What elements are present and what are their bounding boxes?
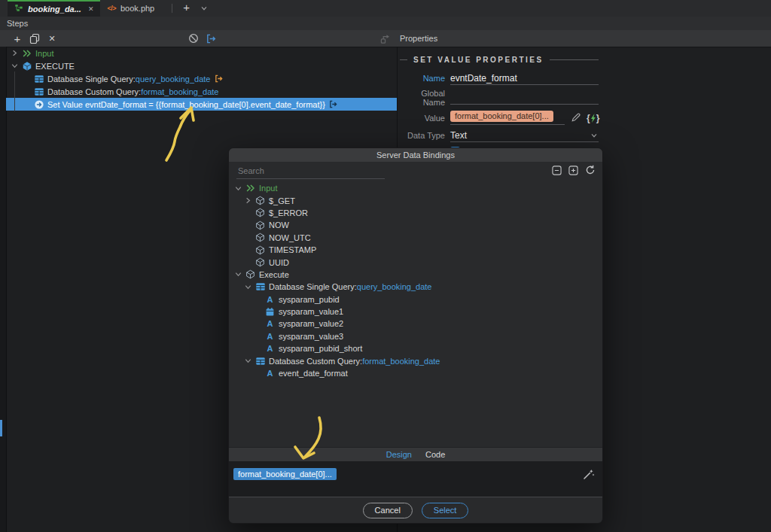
selected-binding-chip[interactable]: format_booking_date[0]... — [233, 468, 337, 480]
tab-code[interactable]: Code — [425, 450, 445, 459]
flow-icon[interactable] — [379, 30, 392, 47]
exit-icon — [328, 99, 338, 109]
steps-toolbar: + ✕ Properties — [0, 30, 771, 47]
cube-icon — [255, 208, 265, 217]
tab-separator — [172, 4, 172, 13]
left-gutter — [0, 47, 7, 532]
binding-row[interactable]: TIMESTAMP — [229, 244, 602, 256]
cube-icon — [255, 257, 265, 267]
steps-tree: InputEXECUTEDatabase Single Query: query… — [6, 47, 397, 111]
tree-item-label: NOW — [269, 220, 289, 230]
duplicate-step-button[interactable] — [28, 30, 41, 47]
step-row[interactable]: EXECUTE — [6, 59, 397, 72]
properties-panel-title: Properties — [400, 30, 437, 47]
date-field-icon — [265, 307, 275, 317]
edit-value-icon[interactable] — [571, 112, 581, 124]
binding-row[interactable]: Aevent_date_format — [229, 367, 602, 379]
expander[interactable] — [233, 184, 244, 193]
tree-item-label: Database Single Query: — [269, 282, 357, 291]
expander[interactable] — [233, 269, 244, 279]
binding-row[interactable]: Asysparam_value3 — [229, 330, 602, 342]
binding-row[interactable]: Database Single Query: query_booking_dat… — [229, 281, 602, 293]
data-type-value: Text — [450, 130, 467, 141]
code-icon: </> — [107, 5, 116, 12]
add-step-button[interactable]: + — [11, 30, 24, 47]
expander[interactable] — [242, 196, 254, 205]
binding-row[interactable]: Asysparam_pubid_short — [229, 342, 602, 354]
binding-row[interactable]: Database Custom Query: format_booking_da… — [229, 354, 602, 366]
input-step-icon — [22, 48, 32, 59]
close-tab-icon[interactable]: ✕ — [88, 5, 94, 13]
tree-item-link: format_booking_date — [141, 87, 218, 96]
tab-list-dropdown[interactable] — [195, 0, 213, 17]
goto-step-icon[interactable] — [204, 30, 218, 47]
tree-item-label: Database Single Query: — [47, 74, 136, 84]
data-type-select[interactable]: Text — [450, 129, 599, 142]
tab-book-php[interactable]: </> book.php — [100, 0, 161, 17]
tree-item-label: sysparam_value3 — [279, 332, 343, 341]
tab-design[interactable]: Design — [386, 450, 412, 459]
set-value-icon — [34, 99, 44, 110]
binding-row[interactable]: Asysparam_pubid — [229, 293, 602, 306]
tab-label: book.php — [120, 4, 154, 13]
server-data-bindings-dialog: Server Data Bindings Input$_GET$_ERRORNO… — [228, 147, 603, 524]
gutter-indicator — [0, 420, 2, 436]
binding-row[interactable]: Execute — [229, 269, 602, 281]
refresh-icon[interactable] — [585, 165, 596, 177]
binding-expression-area[interactable]: format_booking_date[0]... — [229, 461, 602, 497]
tree-item-label: Input — [259, 184, 277, 193]
expander[interactable] — [242, 356, 254, 366]
select-button[interactable]: Select — [422, 503, 469, 518]
step-row[interactable]: Database Custom Query: format_booking_da… — [6, 85, 397, 98]
expand-all-icon[interactable] — [568, 166, 578, 177]
value-field[interactable]: format_booking_date[0]... — [450, 111, 565, 125]
tree-item-label: sysparam_pubid_short — [279, 344, 362, 353]
expander[interactable] — [9, 61, 20, 71]
cube-icon — [255, 220, 265, 230]
search-input[interactable] — [236, 163, 385, 179]
value-binding-chip[interactable]: format_booking_date[0]... — [450, 111, 553, 122]
step-row[interactable]: Input — [6, 47, 397, 59]
database-query-icon — [34, 87, 44, 97]
binding-row[interactable]: $_GET — [229, 194, 602, 206]
binding-row[interactable]: NOW — [229, 219, 602, 231]
delete-step-button[interactable]: ✕ — [45, 30, 59, 47]
global-name-input[interactable] — [450, 91, 599, 105]
new-tab-button[interactable]: + — [178, 0, 195, 17]
tree-item-label: TIMESTAMP — [269, 245, 316, 254]
binding-row[interactable]: NOW_UTC — [229, 232, 602, 244]
binding-row[interactable]: $_ERROR — [229, 207, 602, 219]
binding-row[interactable]: Input — [229, 182, 602, 194]
cube-icon — [255, 233, 265, 242]
cancel-button[interactable]: Cancel — [363, 503, 413, 518]
tree-item-label: Set Value evntDate_format = {{format_boo… — [47, 100, 325, 109]
tree-guide-line — [14, 71, 15, 111]
binding-row[interactable]: Asysparam_value2 — [229, 318, 602, 330]
step-row[interactable]: Set Value evntDate_format = {{format_boo… — [6, 98, 397, 111]
tree-item-label: UUID — [269, 258, 289, 267]
expander[interactable] — [9, 48, 20, 58]
text-field-icon: A — [267, 332, 273, 341]
data-bindings-icon[interactable]: {} — [587, 113, 599, 123]
step-row[interactable]: Database Single Query: query_booking_dat… — [6, 72, 397, 85]
name-input[interactable] — [450, 71, 599, 85]
disable-step-icon[interactable] — [187, 30, 200, 47]
chevron-down-icon — [243, 282, 253, 292]
binding-row[interactable]: sysparam_value1 — [229, 306, 602, 318]
dialog-title: Server Data Bindings — [229, 148, 602, 162]
section-title: SET VALUE PROPERTIES — [413, 56, 544, 64]
tab-booking-date[interactable]: booking_da... ✕ — [8, 0, 100, 17]
tree-item-link: query_booking_date — [357, 282, 432, 291]
magic-wand-icon[interactable] — [583, 468, 595, 482]
tree-item-label: EXECUTE — [35, 62, 75, 71]
binding-row[interactable]: UUID — [229, 256, 602, 268]
expander[interactable] — [242, 282, 254, 292]
tree-item-label: event_date_format — [279, 369, 348, 378]
text-field-icon: A — [267, 369, 273, 378]
text-field-icon: A — [267, 295, 273, 304]
tree-item-label: sysparam_value1 — [279, 307, 343, 316]
collapse-all-icon[interactable] — [552, 166, 562, 177]
properties-section-header: SET VALUE PROPERTIES — [400, 56, 599, 64]
execute-cube-icon — [22, 61, 32, 71]
cube-icon — [245, 269, 255, 279]
